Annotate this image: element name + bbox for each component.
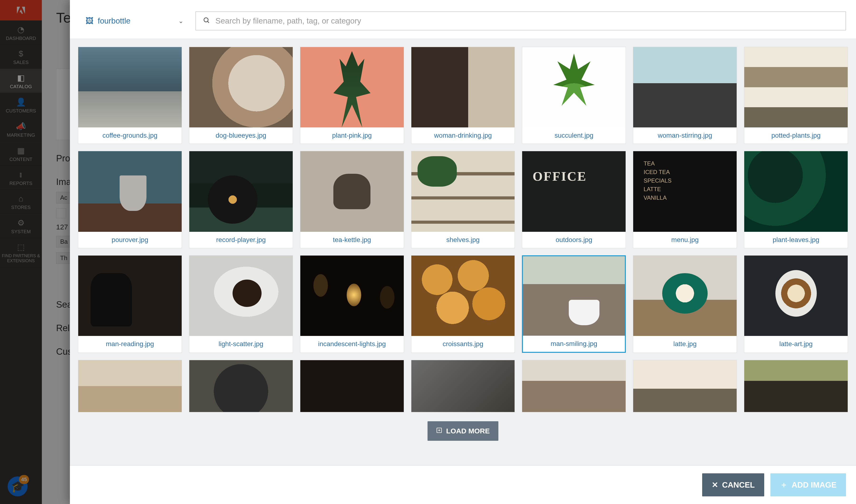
svg-line-1 bbox=[208, 21, 209, 23]
image-thumbnail bbox=[300, 151, 404, 232]
image-filename: shelves.jpg bbox=[411, 232, 515, 248]
image-thumbnail bbox=[744, 151, 848, 232]
image-thumbnail bbox=[189, 47, 293, 127]
image-card[interactable]: coffee-grounds.jpg bbox=[78, 47, 182, 144]
image-thumbnail bbox=[78, 47, 182, 127]
load-more-button[interactable]: LOAD MORE bbox=[428, 421, 498, 441]
add-image-label: ADD IMAGE bbox=[791, 481, 837, 489]
image-filename: pourover.jpg bbox=[78, 232, 182, 248]
image-card[interactable]: light-scatter.jpg bbox=[189, 255, 293, 353]
image-filename: tea-kettle.jpg bbox=[300, 232, 404, 248]
image-card[interactable] bbox=[744, 360, 848, 412]
image-thumbnail bbox=[411, 47, 515, 127]
image-card[interactable]: incandescent-lights.jpg bbox=[300, 255, 404, 353]
image-thumbnail bbox=[300, 255, 404, 336]
image-filename: record-player.jpg bbox=[189, 232, 293, 248]
svg-point-0 bbox=[204, 18, 208, 22]
image-thumbnail bbox=[744, 360, 848, 412]
image-filename: latte-art.jpg bbox=[744, 336, 848, 352]
image-filename: potted-plants.jpg bbox=[744, 127, 848, 144]
cancel-label: CANCEL bbox=[722, 481, 755, 489]
gallery-scroll[interactable]: coffee-grounds.jpgdog-blueeyes.jpgplant-… bbox=[70, 39, 856, 466]
image-card[interactable]: plant-pink.jpg bbox=[300, 47, 404, 144]
image-card[interactable]: croissants.jpg bbox=[411, 255, 515, 353]
image-filename: plant-pink.jpg bbox=[300, 127, 404, 144]
image-card[interactable] bbox=[78, 360, 182, 412]
image-card[interactable]: outdoors.jpg bbox=[522, 151, 626, 248]
image-thumbnail bbox=[189, 255, 293, 336]
image-filename: man-smiling.jpg bbox=[523, 336, 625, 352]
load-more-label: LOAD MORE bbox=[446, 427, 489, 435]
image-thumbnail bbox=[411, 255, 515, 336]
image-filename: woman-drinking.jpg bbox=[411, 127, 515, 144]
image-card[interactable]: latte-art.jpg bbox=[744, 255, 848, 353]
image-card[interactable] bbox=[411, 360, 515, 412]
plus-icon: ＋ bbox=[780, 480, 788, 490]
add-image-button[interactable]: ＋ ADD IMAGE bbox=[770, 473, 846, 497]
image-card[interactable]: succulent.jpg bbox=[522, 47, 626, 144]
search-input[interactable] bbox=[215, 16, 838, 25]
image-card[interactable] bbox=[633, 360, 737, 412]
images-icon: 🖼 bbox=[86, 16, 93, 25]
image-thumbnail bbox=[522, 151, 626, 232]
image-filename: succulent.jpg bbox=[522, 127, 626, 144]
image-thumbnail bbox=[522, 47, 626, 127]
image-thumbnail bbox=[633, 151, 737, 232]
image-card[interactable] bbox=[522, 360, 626, 412]
image-card[interactable]: menu.jpg bbox=[633, 151, 737, 248]
media-browser-modal: 🖼 fourbottle ⌄ coffee-grounds.jpgdog-blu… bbox=[70, 0, 856, 504]
image-thumbnail bbox=[411, 360, 515, 412]
image-card[interactable]: man-smiling.jpg bbox=[522, 255, 626, 353]
image-filename: outdoors.jpg bbox=[522, 232, 626, 248]
image-card[interactable]: potted-plants.jpg bbox=[744, 47, 848, 144]
modal-footer: ✕ CANCEL ＋ ADD IMAGE bbox=[70, 466, 856, 504]
image-thumbnail bbox=[744, 47, 848, 127]
chevron-down-icon: ⌄ bbox=[178, 17, 183, 25]
image-thumbnail bbox=[189, 360, 293, 412]
image-thumbnail bbox=[300, 47, 404, 127]
image-filename: latte.jpg bbox=[633, 336, 737, 352]
grid-plus-icon bbox=[436, 427, 442, 435]
image-thumbnail bbox=[411, 151, 515, 232]
modal-header: 🖼 fourbottle ⌄ bbox=[70, 0, 856, 39]
folder-name: fourbottle bbox=[98, 16, 130, 25]
image-filename: woman-stirring.jpg bbox=[633, 127, 737, 144]
image-card[interactable] bbox=[300, 360, 404, 412]
image-filename: dog-blueeyes.jpg bbox=[189, 127, 293, 144]
image-card[interactable]: pourover.jpg bbox=[78, 151, 182, 248]
search-icon bbox=[203, 17, 210, 25]
image-filename: menu.jpg bbox=[633, 232, 737, 248]
image-thumbnail bbox=[522, 360, 626, 412]
image-filename: coffee-grounds.jpg bbox=[78, 127, 182, 144]
image-thumbnail bbox=[523, 256, 625, 336]
search-field[interactable] bbox=[195, 12, 846, 31]
image-card[interactable]: latte.jpg bbox=[633, 255, 737, 353]
image-card[interactable]: tea-kettle.jpg bbox=[300, 151, 404, 248]
image-thumbnail bbox=[633, 360, 737, 412]
image-thumbnail bbox=[189, 151, 293, 232]
image-card[interactable]: record-player.jpg bbox=[189, 151, 293, 248]
image-card[interactable]: plant-leaves.jpg bbox=[744, 151, 848, 248]
image-thumbnail bbox=[633, 47, 737, 127]
image-filename: man-reading.jpg bbox=[78, 336, 182, 352]
image-grid: coffee-grounds.jpgdog-blueeyes.jpgplant-… bbox=[78, 47, 848, 412]
image-card[interactable]: woman-drinking.jpg bbox=[411, 47, 515, 144]
image-card[interactable]: shelves.jpg bbox=[411, 151, 515, 248]
folder-dropdown[interactable]: 🖼 fourbottle ⌄ bbox=[80, 13, 189, 29]
image-thumbnail bbox=[78, 151, 182, 232]
image-thumbnail bbox=[744, 255, 848, 336]
image-card[interactable]: dog-blueeyes.jpg bbox=[189, 47, 293, 144]
image-thumbnail bbox=[78, 360, 182, 412]
close-icon: ✕ bbox=[712, 480, 718, 489]
image-filename: light-scatter.jpg bbox=[189, 336, 293, 352]
image-thumbnail bbox=[300, 360, 404, 412]
image-card[interactable] bbox=[189, 360, 293, 412]
image-filename: croissants.jpg bbox=[411, 336, 515, 352]
image-filename: plant-leaves.jpg bbox=[744, 232, 848, 248]
cancel-button[interactable]: ✕ CANCEL bbox=[702, 473, 764, 497]
image-thumbnail bbox=[633, 255, 737, 336]
image-thumbnail bbox=[78, 255, 182, 336]
image-card[interactable]: man-reading.jpg bbox=[78, 255, 182, 353]
image-filename: incandescent-lights.jpg bbox=[300, 336, 404, 352]
image-card[interactable]: woman-stirring.jpg bbox=[633, 47, 737, 144]
